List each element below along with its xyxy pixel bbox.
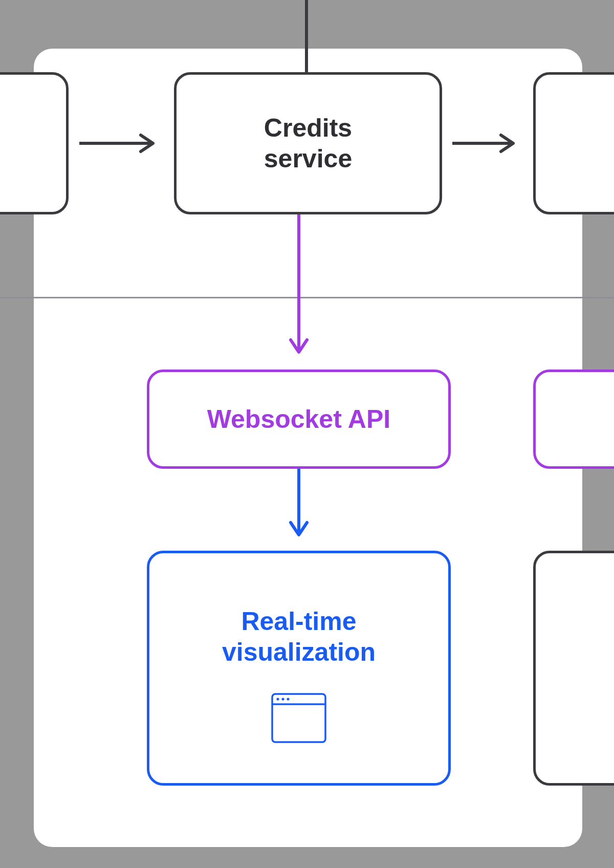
node-right-middle-offscreen: [533, 370, 614, 469]
svg-point-8: [287, 698, 289, 700]
node-right-top-offscreen: ag: [533, 72, 614, 214]
arrow-top-to-credits: [305, 0, 308, 72]
browser-window-icon: [271, 693, 326, 743]
node-credits-label: Creditsservice: [264, 113, 352, 174]
node-websocket-api: Websocket API: [147, 370, 451, 469]
arrow-credits-to-right: [452, 132, 524, 155]
svg-point-7: [281, 698, 284, 700]
arrow-left-to-credits: [79, 132, 164, 155]
node-credits-service: Creditsservice: [174, 72, 442, 214]
arrow-credits-to-websocket: [288, 214, 310, 363]
arrow-websocket-to-realtime: [288, 469, 310, 546]
node-left-offscreen: [0, 72, 69, 214]
node-realtime-visualization: Real-timevisualization: [147, 551, 451, 786]
node-right-bottom-offscreen: [533, 551, 614, 786]
node-websocket-label: Websocket API: [207, 404, 390, 435]
node-realtime-label: Real-timevisualization: [222, 606, 376, 667]
svg-rect-4: [272, 694, 325, 742]
svg-point-6: [276, 698, 279, 700]
